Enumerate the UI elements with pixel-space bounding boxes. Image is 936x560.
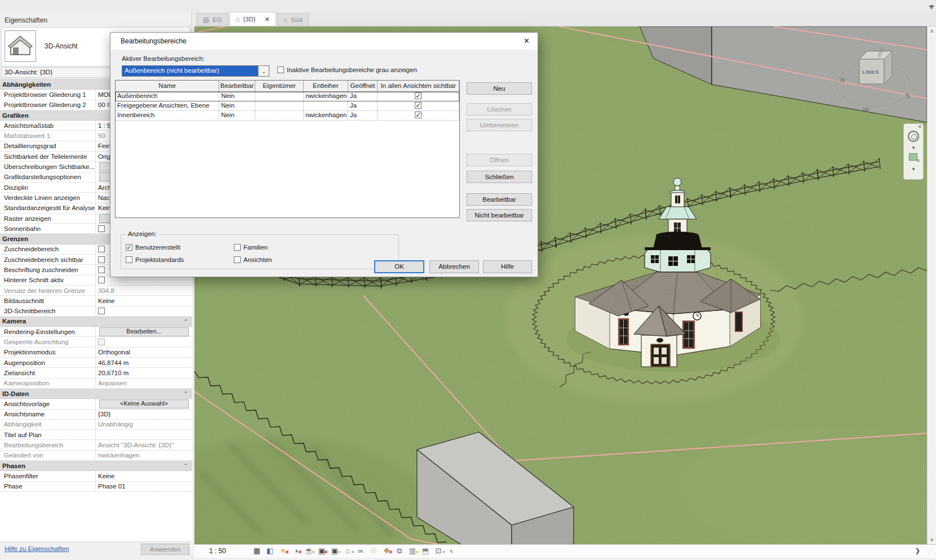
workset-row[interactable]: InnenbereichNeinnwickenhagenJa [116, 111, 459, 121]
property-value[interactable]: Bearbeiten... [96, 327, 192, 336]
reveal-hidden-icon[interactable]: ☉ [369, 546, 379, 556]
property-value[interactable] [96, 306, 192, 316]
visual-style-icon[interactable]: ◧ [265, 546, 275, 556]
chevron-down-icon[interactable]: ⌄ [258, 66, 269, 76]
scroll-up-icon[interactable]: ∧ [928, 28, 936, 34]
property-edit-button[interactable]: Bearbeiten... [99, 327, 189, 336]
delete-button[interactable]: Löschen [467, 103, 532, 115]
property-checkbox[interactable] [98, 246, 105, 252]
checkbox[interactable] [234, 256, 241, 263]
close-button[interactable]: Schließen [467, 171, 532, 183]
worksets-table[interactable]: NameBearbeitbarEigentümerEntleiherGeöffn… [115, 80, 460, 218]
compass-n[interactable]: N [840, 77, 845, 83]
show-option-ansichten[interactable]: Ansichten [234, 256, 272, 263]
workset-row[interactable]: AußenbereichNeinnwickenhagenJa [116, 92, 459, 101]
navigation-bar[interactable]: ✕ ▼ ▼ [903, 123, 924, 180]
property-value[interactable]: 46,8744 m [96, 358, 192, 367]
tab-close-icon[interactable]: ✕ [265, 16, 270, 23]
property-checkbox[interactable] [98, 225, 105, 232]
help-button[interactable]: Hilfe [483, 260, 532, 273]
navbar-chevron2-icon[interactable]: ▼ [911, 167, 916, 172]
property-value[interactable]: Keine [96, 471, 192, 481]
property-value[interactable] [96, 430, 192, 439]
editable-button[interactable]: Bearbeitbar [467, 193, 532, 206]
property-checkbox[interactable] [98, 339, 105, 345]
property-value[interactable]: 20,6710 m [96, 368, 192, 377]
vertical-scrollbar[interactable]: ∧ ∨ [927, 26, 936, 544]
property-value[interactable]: Anpassen [96, 379, 192, 388]
dialog-title[interactable]: Bearbeitungsbereiche [110, 33, 538, 50]
property-value[interactable]: nwickenhagen [96, 451, 192, 460]
column-header[interactable]: Name [116, 81, 219, 91]
displacement-icon[interactable]: ⧉ [394, 546, 405, 556]
checkbox[interactable] [234, 244, 241, 251]
cancel-button[interactable]: Abbrechen [429, 260, 479, 273]
property-value[interactable]: Unabhängig [96, 420, 192, 429]
constraints-icon[interactable]: ▥● [407, 546, 418, 556]
analytical-model-icon[interactable]: ❖✕ [382, 546, 392, 556]
viewcube-front-label[interactable]: LINKS [862, 69, 879, 75]
new-button[interactable]: Neu [467, 82, 532, 95]
dialog-close-icon[interactable]: ✕ [524, 37, 530, 45]
collapse-chevron-icon[interactable]: ⌃ [184, 391, 188, 396]
visible-in-all-views-checkbox[interactable] [415, 102, 422, 109]
property-value[interactable]: Orthogonal [96, 348, 192, 357]
worksharing-icon[interactable]: ⬒ [420, 546, 431, 556]
property-value[interactable]: 304,8 [96, 286, 192, 295]
section-header[interactable]: ID-Daten⌃ [0, 389, 192, 399]
hide-isolate-icon[interactable]: ∞ [356, 546, 366, 556]
visible-in-all-views-checkbox[interactable] [415, 112, 422, 118]
property-edit-button[interactable]: <Keine Auswahl> [99, 399, 189, 408]
property-value[interactable]: {3D} [96, 410, 192, 419]
property-value[interactable]: Ansicht "3D-Ansicht: {3D}" [96, 440, 192, 450]
show-option-projektstandards[interactable]: Projektstandards [126, 256, 184, 263]
navbar-chevron-icon[interactable]: ▼ [911, 145, 916, 150]
property-value[interactable] [96, 337, 192, 346]
open-button[interactable]: Öffnen [467, 154, 532, 166]
section-lock-icon[interactable]: ⊡▪ [433, 546, 443, 556]
compass-w[interactable]: W [863, 106, 870, 113]
scroll-down-icon[interactable]: ∨ [928, 537, 936, 543]
tab-overflow-icon[interactable]: ▬▼ [929, 4, 934, 10]
detail-level-icon[interactable]: ▦ [252, 546, 262, 556]
render-icon[interactable]: ☕● [304, 546, 314, 556]
zoom-region-icon[interactable] [909, 153, 917, 161]
sun-path-icon[interactable]: ☀✕ [278, 546, 288, 556]
visible-in-all-views-checkbox[interactable] [415, 92, 422, 99]
column-header[interactable]: Geöffnet [348, 81, 378, 91]
section-header[interactable]: Kamera⌃ [0, 317, 192, 327]
property-value[interactable]: <Keine Auswahl> [96, 399, 192, 408]
tab-3d[interactable]: ⌂{3D}✕ [229, 12, 276, 26]
hscroll-right-icon[interactable]: ❯ [915, 547, 920, 554]
show-option-familien[interactable]: Familien [234, 244, 268, 251]
show-option-benutzererstellt[interactable]: Benutzererstellt [126, 244, 180, 251]
dialog-resize-grip[interactable]: ⋰ [530, 269, 536, 276]
checkbox[interactable] [126, 256, 132, 263]
column-header[interactable]: Bearbeitbar [219, 81, 255, 91]
scale-indicator[interactable]: 1 : 50 [209, 547, 226, 555]
column-header[interactable]: Entleiher [304, 81, 348, 91]
crop-region-icon[interactable]: ▣✕ [317, 546, 327, 556]
show-crop-icon[interactable]: ▣● [330, 546, 340, 556]
checkbox[interactable] [126, 244, 132, 251]
property-checkbox[interactable] [98, 277, 105, 283]
inactive-gray-checkbox[interactable]: Inaktive Bearbeitungsbereiche grau anzei… [277, 66, 417, 73]
checkbox[interactable] [277, 66, 284, 73]
collapse-icon[interactable]: ‹ [446, 546, 456, 556]
rename-button[interactable]: Umbenennen [467, 119, 532, 131]
active-workset-combobox[interactable]: Außenbereich (nicht bearbeitbar) ⌄ [122, 65, 269, 77]
property-checkbox[interactable] [98, 256, 105, 263]
collapse-chevron-icon[interactable]: ⌃ [184, 463, 188, 468]
section-header[interactable]: Phasen⌃ [0, 461, 192, 471]
property-value[interactable]: Keine [96, 296, 192, 305]
property-value[interactable]: Phase 01 [96, 482, 192, 491]
column-header[interactable]: Eigentümer [255, 81, 304, 91]
workset-row[interactable]: Freigegebene Ansichten, EbeneNeinJa [116, 101, 459, 111]
not-editable-button[interactable]: Nicht bearbeitbar [467, 209, 532, 221]
properties-help-link[interactable]: Hilfe zu Eigenschaften [5, 545, 69, 552]
ok-button[interactable]: OK [374, 260, 424, 273]
tab-sd[interactable]: ⌂Süd [277, 13, 309, 26]
steering-wheel-icon[interactable] [908, 131, 919, 142]
navbar-close-icon[interactable]: ✕ [917, 124, 922, 130]
property-checkbox[interactable] [98, 266, 105, 273]
